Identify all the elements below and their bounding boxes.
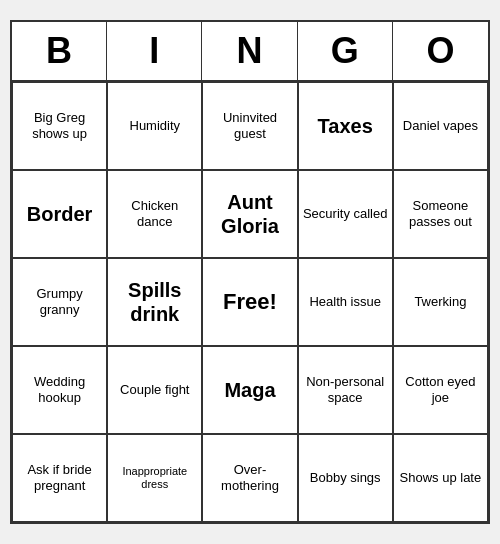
bingo-card: BINGO Big Greg shows upHumidityUninvited… [10, 20, 490, 524]
bingo-cell: Daniel vapes [393, 82, 488, 170]
bingo-cell: Security called [298, 170, 393, 258]
bingo-header-letter: N [202, 22, 297, 80]
bingo-cell: Someone passes out [393, 170, 488, 258]
bingo-cell: Inappropriate dress [107, 434, 202, 522]
bingo-header: BINGO [12, 22, 488, 82]
bingo-cell: Twerking [393, 258, 488, 346]
bingo-cell: Free! [202, 258, 297, 346]
bingo-header-letter: B [12, 22, 107, 80]
bingo-cell: Chicken dance [107, 170, 202, 258]
bingo-cell: Health issue [298, 258, 393, 346]
bingo-cell: Ask if bride pregnant [12, 434, 107, 522]
bingo-cell: Cotton eyed joe [393, 346, 488, 434]
bingo-cell: Couple fight [107, 346, 202, 434]
bingo-header-letter: I [107, 22, 202, 80]
bingo-cell: Humidity [107, 82, 202, 170]
bingo-cell: Border [12, 170, 107, 258]
bingo-cell: Maga [202, 346, 297, 434]
bingo-header-letter: G [298, 22, 393, 80]
bingo-cell: Non-personal space [298, 346, 393, 434]
bingo-cell: Grumpy granny [12, 258, 107, 346]
bingo-cell: Aunt Gloria [202, 170, 297, 258]
bingo-cell: Bobby sings [298, 434, 393, 522]
bingo-cell: Over-mothering [202, 434, 297, 522]
bingo-cell: Spills drink [107, 258, 202, 346]
bingo-header-letter: O [393, 22, 488, 80]
bingo-cell: Big Greg shows up [12, 82, 107, 170]
bingo-cell: Wedding hookup [12, 346, 107, 434]
bingo-cell: Uninvited guest [202, 82, 297, 170]
bingo-grid: Big Greg shows upHumidityUninvited guest… [12, 82, 488, 522]
bingo-cell: Taxes [298, 82, 393, 170]
bingo-cell: Shows up late [393, 434, 488, 522]
